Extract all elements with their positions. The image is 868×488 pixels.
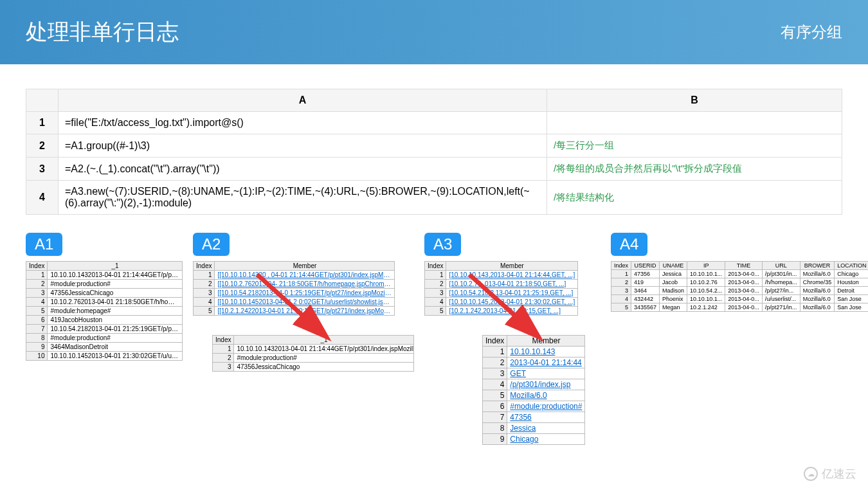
a3-table: IndexMember 1[10.10.10.143,2013-04-01 21… <box>424 261 578 316</box>
col-blank <box>26 89 59 112</box>
panel-a2: A2 IndexMember 1[[10.10.10.14320 , 04-01… <box>193 233 414 372</box>
cell-b: /将结果结构化 <box>547 181 842 215</box>
panel-a4: A4 Index USERID UNAME IP TIME URL BROWER… <box>611 233 868 312</box>
panel-a3: A3 IndexMember 1[10.10.10.143,2013-04-01… <box>424 233 585 445</box>
badge-a2: A2 <box>193 233 230 256</box>
cell-b: /将每组的成员合并然后再以"\t"拆分成字段值 <box>547 158 842 181</box>
page-title: 处理非单行日志 <box>26 17 179 47</box>
a2-sub-table: Index_1 110.10.10.1432013-04-01 21:14:44… <box>212 335 414 372</box>
col-a-header: A <box>59 89 547 112</box>
hdr: Index <box>26 262 48 271</box>
code-row: 1 =file("E:/txt/access_log.txt").import@… <box>26 112 842 134</box>
a3-sub-table: IndexMember 110.10.10.143 22013-04-01 21… <box>482 335 585 445</box>
cell-a: =A1.group((#-1)\3) <box>59 134 547 158</box>
a4-table: Index USERID UNAME IP TIME URL BROWER LO… <box>611 261 868 312</box>
cell-a: =file("E:/txt/access_log.txt").import@s(… <box>59 112 547 134</box>
cell-b: /每三行分一组 <box>547 134 842 158</box>
cell-a: =A2.(~.(_1).concat("\t").array("\t")) <box>59 158 547 181</box>
cell-b <box>547 112 842 134</box>
code-row: 4 =A3.new(~(7):USERID,~(8):UNAME,~(1):IP… <box>26 181 842 215</box>
code-row: 2 =A1.group((#-1)\3) /每三行分一组 <box>26 134 842 158</box>
cloud-icon: ☁ <box>804 467 818 481</box>
page-subtitle: 有序分组 <box>781 22 842 42</box>
watermark: ☁ 亿速云 <box>804 466 856 482</box>
cell-a: =A3.new(~(7):USERID,~(8):UNAME,~(1):IP,~… <box>59 181 547 215</box>
content-area: A B 1 =file("E:/txt/access_log.txt").imp… <box>0 64 868 233</box>
badge-a3: A3 <box>424 233 461 256</box>
row-num: 2 <box>26 134 59 158</box>
code-row: 3 =A2.(~.(_1).concat("\t").array("\t")) … <box>26 158 842 181</box>
badge-a1: A1 <box>26 233 62 256</box>
panel-a1: A1 Index_1 110.10.10.1432013-04-01 21:14… <box>26 233 183 361</box>
row-num: 1 <box>26 112 59 134</box>
watermark-text: 亿速云 <box>822 466 856 482</box>
a1-table: Index_1 110.10.10.1432013-04-01 21:14:44… <box>26 261 183 361</box>
col-b-header: B <box>547 89 842 112</box>
row-num: 3 <box>26 158 59 181</box>
badge-a4: A4 <box>611 233 647 256</box>
page-header: 处理非单行日志 有序分组 <box>0 0 868 64</box>
row-num: 4 <box>26 181 59 215</box>
a2-table: IndexMember 1[[10.10.10.14320 , 04-01 21… <box>193 261 395 316</box>
code-table: A B 1 =file("E:/txt/access_log.txt").imp… <box>26 89 842 215</box>
hdr: _1 <box>48 262 183 271</box>
